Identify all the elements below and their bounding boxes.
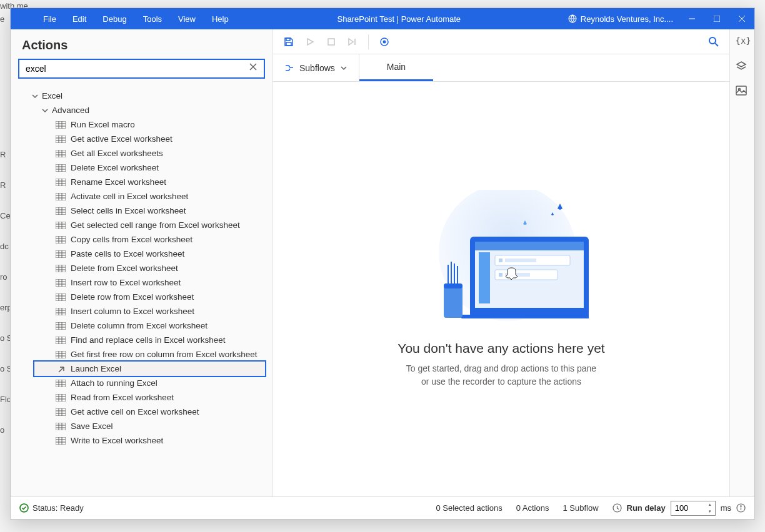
excel-grid-icon bbox=[56, 408, 66, 416]
action-item[interactable]: Copy cells from Excel worksheet bbox=[11, 232, 272, 247]
menu-tools[interactable]: Tools bbox=[136, 11, 169, 27]
action-label: Attach to running Excel bbox=[71, 378, 158, 388]
check-circle-icon bbox=[19, 503, 29, 513]
status-actions: 0 Actions bbox=[516, 503, 549, 513]
excel-grid-icon bbox=[56, 207, 66, 215]
action-item[interactable]: Insert column to Excel worksheet bbox=[11, 304, 272, 318]
tree-subgroup-advanced[interactable]: Advanced bbox=[11, 103, 272, 117]
actions-sidebar: Actions Excel Advanced bbox=[11, 29, 273, 496]
action-item[interactable]: Get all Excel worksheets bbox=[11, 146, 272, 160]
action-item[interactable]: Get active cell on Excel worksheet bbox=[11, 405, 272, 419]
svg-rect-7 bbox=[56, 121, 66, 129]
svg-rect-128 bbox=[475, 242, 584, 250]
subflows-dropdown[interactable]: Subflows bbox=[273, 54, 359, 81]
variables-panel-button[interactable]: {x} bbox=[736, 36, 749, 49]
svg-rect-92 bbox=[56, 380, 66, 387]
menu-view[interactable]: View bbox=[171, 11, 203, 27]
sidebar-heading: Actions bbox=[11, 29, 272, 59]
excel-grid-icon bbox=[56, 265, 66, 272]
org-selector[interactable]: Reynolds Ventures, Inc.... bbox=[562, 14, 679, 24]
action-item[interactable]: Paste cells to Excel worksheet bbox=[11, 247, 272, 261]
svg-line-124 bbox=[715, 43, 718, 46]
action-label: Delete row from Excel worksheet bbox=[71, 292, 194, 302]
action-item[interactable]: Get first free row on column from Excel … bbox=[11, 347, 272, 362]
action-item[interactable]: Delete from Excel worksheet bbox=[11, 261, 272, 275]
titlebar: File Edit Debug Tools View Help SharePoi… bbox=[11, 8, 754, 29]
window-controls bbox=[679, 8, 754, 29]
svg-rect-129 bbox=[479, 252, 490, 303]
save-icon bbox=[284, 37, 294, 47]
empty-state-title: You don't have any actions here yet bbox=[398, 341, 604, 356]
minimize-button[interactable] bbox=[679, 8, 704, 29]
record-button[interactable] bbox=[375, 32, 394, 51]
menu-help[interactable]: Help bbox=[204, 11, 236, 27]
status-subflows: 1 Subflow bbox=[562, 503, 598, 513]
layers-icon bbox=[736, 61, 747, 72]
subgroup-label: Advanced bbox=[52, 106, 89, 115]
window-title: SharePoint Test | Power Automate bbox=[236, 14, 562, 24]
actions-tree: Excel Advanced Run Excel macroGet active… bbox=[11, 85, 272, 496]
svg-rect-136 bbox=[461, 315, 589, 318]
excel-grid-icon bbox=[56, 394, 66, 401]
action-label: Write to Excel worksheet bbox=[71, 436, 163, 445]
step-button[interactable] bbox=[343, 32, 362, 51]
menu-edit[interactable]: Edit bbox=[65, 11, 94, 27]
toolbar-separator bbox=[368, 34, 369, 49]
action-item[interactable]: Select cells in Excel worksheet bbox=[11, 204, 272, 218]
tree-group-excel[interactable]: Excel bbox=[11, 89, 272, 103]
svg-rect-62 bbox=[56, 279, 66, 287]
main-area: Subflows Main bbox=[273, 29, 729, 496]
action-item[interactable]: Insert row to Excel worksheet bbox=[11, 275, 272, 290]
action-item[interactable]: Get selected cell range from Excel works… bbox=[11, 218, 272, 232]
stop-button[interactable] bbox=[322, 32, 341, 51]
svg-rect-107 bbox=[56, 423, 66, 430]
flow-canvas[interactable]: You don't have any actions here yet To g… bbox=[273, 82, 729, 496]
svg-rect-143 bbox=[736, 86, 746, 95]
close-button[interactable] bbox=[729, 8, 754, 29]
search-button[interactable] bbox=[704, 32, 723, 51]
action-item[interactable]: Delete Excel worksheet bbox=[11, 160, 272, 175]
tab-main[interactable]: Main bbox=[359, 54, 433, 81]
ui-elements-button[interactable] bbox=[736, 61, 749, 74]
action-item[interactable]: Get active Excel worksheet bbox=[11, 132, 272, 146]
subflows-icon bbox=[284, 64, 294, 72]
action-item[interactable]: Attach to running Excel bbox=[11, 376, 272, 390]
action-item[interactable]: Delete row from Excel worksheet bbox=[11, 290, 272, 304]
action-item[interactable]: Read from Excel worksheet bbox=[11, 390, 272, 405]
action-item[interactable]: Save Excel bbox=[11, 419, 272, 433]
svg-rect-137 bbox=[444, 283, 462, 318]
maximize-button[interactable] bbox=[704, 8, 729, 29]
action-item[interactable]: Activate cell in Excel worksheet bbox=[11, 189, 272, 204]
action-item[interactable]: Run Excel macro bbox=[11, 117, 272, 132]
action-item[interactable]: Find and replace cells in Excel workshee… bbox=[11, 333, 272, 347]
delay-spinner[interactable]: ▲▼ bbox=[705, 501, 715, 515]
excel-grid-icon bbox=[56, 150, 66, 157]
action-item[interactable]: Delete column from Excel worksheet bbox=[11, 318, 272, 333]
action-item[interactable]: Launch Excel bbox=[33, 360, 266, 377]
svg-rect-32 bbox=[56, 193, 66, 200]
menu-file[interactable]: File bbox=[36, 11, 64, 27]
save-button[interactable] bbox=[279, 32, 298, 51]
action-item[interactable]: Write to Excel worksheet bbox=[11, 433, 272, 448]
clear-search-button[interactable] bbox=[249, 62, 260, 74]
actions-search bbox=[18, 59, 265, 79]
excel-grid-icon bbox=[56, 308, 66, 315]
excel-grid-icon bbox=[56, 351, 66, 358]
excel-grid-icon bbox=[56, 164, 66, 172]
svg-rect-118 bbox=[286, 42, 291, 46]
run-button[interactable] bbox=[301, 32, 319, 51]
info-icon[interactable] bbox=[736, 503, 746, 513]
play-icon bbox=[306, 37, 314, 46]
menu-debug[interactable]: Debug bbox=[95, 11, 134, 27]
action-label: Find and replace cells in Excel workshee… bbox=[71, 335, 226, 345]
action-label: Get all Excel worksheets bbox=[71, 149, 163, 158]
run-delay-label: Run delay bbox=[627, 503, 666, 513]
search-icon bbox=[708, 36, 719, 47]
status-bar: Status: Ready 0 Selected actions 0 Actio… bbox=[11, 496, 754, 519]
action-item[interactable]: Rename Excel worksheet bbox=[11, 175, 272, 189]
close-icon bbox=[249, 62, 258, 71]
svg-rect-132 bbox=[499, 259, 502, 262]
search-input[interactable] bbox=[18, 59, 265, 79]
images-panel-button[interactable] bbox=[736, 86, 749, 99]
action-label: Delete column from Excel worksheet bbox=[71, 321, 208, 330]
